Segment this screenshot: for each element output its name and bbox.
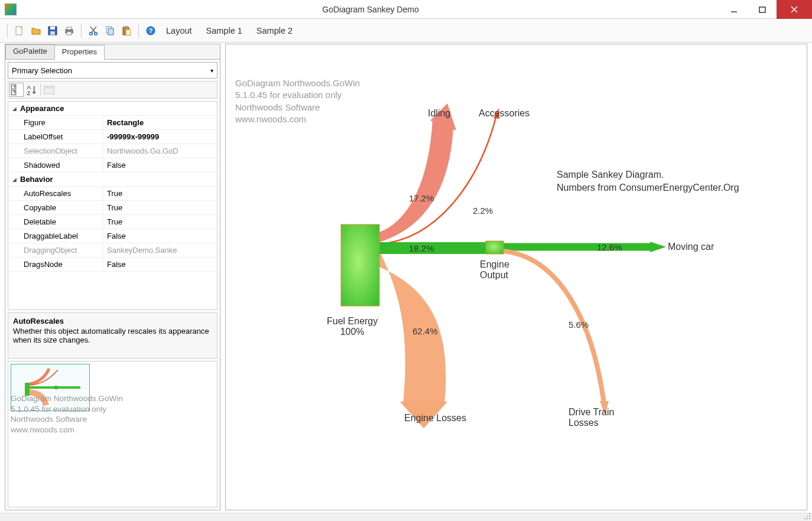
svg-rect-42 [486,241,504,254]
overview-panel[interactable]: GoDiagram Northwoods.GoWin 5.1.0.45 for … [8,361,217,507]
help-button[interactable]: ? [144,24,158,38]
svg-point-44 [807,518,808,519]
svg-text:?: ? [149,27,153,34]
prop-name: DragsNode [20,258,103,271]
prop-row[interactable]: FigureRectangle [8,116,217,130]
new-button[interactable] [12,24,27,38]
diagram-desc-l1: Sample Sankey Diagram. [557,168,739,181]
svg-rect-10 [67,27,72,30]
prop-value[interactable]: True [103,215,217,229]
cut-button[interactable] [86,24,100,38]
pct-drivetrain: 5.6% [569,320,589,330]
prop-row[interactable]: DragsNodeFalse [8,258,217,272]
prop-name: SelectionObject [20,144,103,158]
prop-name: Deletable [20,215,103,229]
svg-point-48 [809,513,810,515]
label-engine-losses: Engine Losses [404,413,466,424]
prop-value[interactable]: Northwoods.Go.GoD [103,144,217,158]
print-button[interactable] [62,24,76,38]
minimize-button[interactable] [720,0,748,19]
ov-watermark-l2: 5.1.0.45 for evaluation only [11,404,123,415]
svg-rect-33 [54,386,58,389]
svg-marker-39 [650,242,666,252]
category-name: Appearance [20,104,64,113]
label-idling: Idling [428,108,450,119]
copy-button[interactable] [103,24,117,38]
svg-point-47 [807,516,808,517]
open-button[interactable] [29,24,43,38]
prop-value[interactable]: False [103,258,217,271]
pct-engine-output: 18.2% [409,243,434,253]
sample1-menu[interactable]: Sample 1 [200,24,248,38]
prop-name: DraggableLabel [20,229,103,243]
prop-row[interactable]: DraggableLabelFalse [8,229,217,243]
prop-row[interactable]: AutoRescalesTrue [8,187,217,201]
prop-value[interactable]: False [103,158,217,172]
prop-value[interactable]: True [103,187,217,200]
svg-point-14 [90,32,93,35]
svg-rect-7 [50,27,55,30]
layout-menu[interactable]: Layout [160,24,198,38]
tab-gopalette[interactable]: GoPalette [5,44,55,59]
categorized-icon[interactable]: ++ [9,83,24,97]
propdesc-body: Whether this object automatically rescal… [13,327,212,344]
prop-name: Shadowed [20,158,103,172]
svg-text:+: + [13,84,16,90]
chevron-down-icon: ▾ [210,67,213,74]
sample2-menu[interactable]: Sample 2 [251,24,298,38]
svg-rect-1 [759,7,765,12]
collapse-icon[interactable]: ◢ [8,106,20,112]
svg-rect-30 [44,86,54,89]
tab-properties[interactable]: Properties [54,45,105,60]
prop-category[interactable]: ◢Appearance [8,102,217,116]
label-accessories: Accessories [479,108,530,119]
resize-grip-icon[interactable] [804,513,811,520]
prop-row[interactable]: LabelOffset-99999x-99999 [8,130,217,144]
ov-watermark-l3: Northwoods Software [11,414,123,425]
svg-rect-19 [124,26,128,28]
prop-row[interactable]: ShadowedFalse [8,158,217,172]
close-button[interactable] [777,0,812,19]
prop-row[interactable]: CopyableTrue [8,201,217,215]
app-icon [5,4,17,15]
alphabetical-icon[interactable]: AZ [25,83,39,97]
label-fuel: Fuel Energy 100% [327,316,378,337]
label-moving: Moving car [668,242,714,252]
svg-text:Z: Z [27,90,30,96]
diagram-canvas[interactable]: GoDiagram Northwoods.GoWin 5.1.0.45 for … [225,44,807,510]
prop-value[interactable]: Rectangle [103,116,217,129]
pct-accessories: 2.2% [473,206,493,216]
property-selector[interactable]: Primary Selection ▾ [8,62,217,79]
save-button[interactable] [46,24,60,38]
prop-value[interactable]: False [103,229,217,243]
maximize-button[interactable] [748,0,777,19]
svg-point-45 [809,516,810,517]
label-engine-output: Engine Output [480,259,509,281]
svg-rect-20 [126,30,131,35]
ov-watermark-l4: www.nwoods.com [11,425,123,435]
ov-watermark-l1: GoDiagram Northwoods.GoWin [11,393,123,404]
propdesc-title: AutoRescales [13,317,212,325]
pct-idling: 17.2% [409,193,434,203]
prop-value[interactable]: -99999x-99999 [103,130,217,144]
svg-rect-8 [50,31,55,35]
property-description: AutoRescales Whether this object automat… [8,312,217,359]
prop-value[interactable]: True [103,201,217,214]
svg-rect-41 [341,224,379,306]
pct-engine-losses: 62.4% [413,326,438,336]
svg-point-43 [809,518,810,519]
prop-row[interactable]: SelectionObjectNorthwoods.Go.GoD [8,144,217,158]
prop-value[interactable]: SankeyDemo.Sanke [103,243,217,257]
prop-row[interactable]: DeletableTrue [8,215,217,229]
titlebar: GoDiagram Sankey Demo [0,0,812,19]
collapse-icon[interactable]: ◢ [8,177,20,183]
left-panel: GoPalette Properties Primary Selection ▾… [5,44,220,510]
prop-category[interactable]: ◢Behavior [8,172,217,187]
property-pages-icon[interactable] [42,83,56,97]
window-title: GoDiagram Sankey Demo [21,5,720,14]
label-drivetrain: Drive Train Losses [569,407,614,428]
paste-button[interactable] [119,24,134,38]
svg-text:+: + [13,89,16,95]
prop-row[interactable]: DraggingObjectSankeyDemo.Sanke [8,243,217,258]
property-grid[interactable]: ◢AppearanceFigureRectangleLabelOffset-99… [8,101,217,310]
